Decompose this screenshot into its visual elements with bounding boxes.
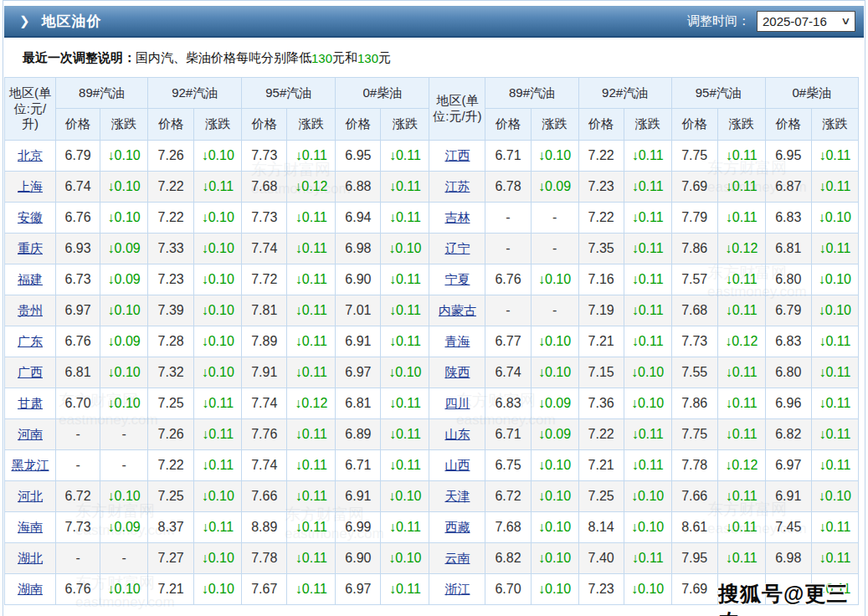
table-row: 北京6.79↓0.107.26↓0.107.73↓0.116.95↓0.11江西…: [5, 141, 859, 172]
notice-label: 最近一次调整说明：: [23, 50, 136, 66]
region-link[interactable]: 广西: [18, 365, 43, 379]
price-change-cell: ↓0.11: [624, 295, 671, 326]
oil-price-page: ❯ 地区油价 调整时间： 2025-07-16 ∨ 最近一次调整说明： 国内汽、…: [0, 0, 868, 616]
region-cell: 广西: [5, 357, 56, 388]
price-change-cell: ↓0.11: [717, 172, 765, 203]
price-cell: 6.82: [765, 419, 811, 450]
price-cell: 7.74: [242, 234, 287, 264]
notice-text-mid: 元和: [332, 50, 357, 66]
price-change-cell: ↓0.11: [811, 326, 858, 357]
col-header-92-gasoline-right: 92#汽油: [578, 78, 671, 109]
region-link[interactable]: 四川: [444, 396, 470, 410]
price-change-cell: -: [100, 543, 148, 574]
sub-header-price: 价格: [485, 109, 531, 141]
region-cell: 上海: [5, 172, 56, 203]
price-cell: 6.79: [56, 141, 100, 172]
region-link[interactable]: 江西: [444, 148, 470, 162]
price-cell: 6.73: [56, 264, 100, 295]
price-change-cell: ↓0.11: [287, 357, 336, 388]
col-header-95-gasoline-left: 95#汽油: [242, 78, 336, 109]
region-link[interactable]: 青海: [444, 334, 470, 348]
price-cell: 7.68: [242, 172, 287, 203]
region-cell: 安徽: [5, 203, 56, 234]
region-link[interactable]: 北京: [18, 148, 43, 162]
price-change-cell: ↓0.10: [100, 481, 148, 512]
region-link[interactable]: 河南: [18, 427, 43, 441]
chevron-right-icon: ❯: [19, 13, 30, 28]
region-link[interactable]: 重庆: [18, 241, 43, 255]
region-cell: 陕西: [429, 357, 485, 388]
price-change-cell: ↓0.10: [624, 357, 671, 388]
price-change-cell: ↓0.11: [381, 203, 429, 234]
price-cell: 6.83: [765, 203, 811, 234]
price-cell: 6.80: [765, 357, 811, 388]
region-link[interactable]: 贵州: [18, 303, 43, 317]
region-cell: 湖北: [5, 543, 56, 574]
price-change-cell: ↓0.11: [194, 450, 242, 481]
region-link[interactable]: 海南: [18, 520, 43, 534]
price-change-cell: ↓0.11: [287, 543, 336, 574]
adjust-date-select[interactable]: 2025-07-16 ∨: [757, 11, 855, 32]
price-cell: -: [56, 419, 100, 450]
price-change-cell: ↓0.10: [194, 203, 242, 234]
region-link[interactable]: 天津: [444, 489, 470, 503]
region-link[interactable]: 江苏: [444, 179, 470, 193]
region-link[interactable]: 浙江: [444, 582, 470, 596]
price-cell: 8.61: [671, 512, 717, 543]
region-link[interactable]: 内蒙古: [439, 303, 476, 317]
region-link[interactable]: 福建: [18, 272, 43, 286]
region-link[interactable]: 陕西: [444, 365, 470, 379]
price-change-cell: ↓0.11: [381, 295, 429, 326]
table-row: 广西6.81↓0.107.32↓0.107.91↓0.116.97↓0.10陕西…: [5, 357, 859, 388]
region-link[interactable]: 云南: [444, 551, 470, 565]
region-link[interactable]: 湖南: [18, 582, 43, 596]
page-title: 地区油价: [42, 12, 102, 31]
price-cell: 7.73: [242, 141, 287, 172]
price-change-cell: ↓0.11: [287, 574, 336, 605]
price-cell: 6.96: [765, 388, 811, 419]
price-cell: 7.69: [671, 574, 717, 605]
price-cell: -: [56, 450, 100, 481]
adjust-time-label: 调整时间：: [687, 13, 750, 29]
col-header-89-gasoline-right: 89#汽油: [485, 78, 578, 109]
region-link[interactable]: 黑龙江: [12, 458, 49, 472]
sub-header-price: 价格: [148, 109, 194, 141]
region-link[interactable]: 广东: [18, 334, 43, 348]
price-change-cell: ↓0.10: [624, 481, 671, 512]
region-link[interactable]: 安徽: [18, 210, 43, 224]
sub-header-price: 价格: [578, 109, 624, 141]
price-cell: 7.21: [148, 574, 194, 605]
price-change-cell: -: [531, 234, 578, 264]
region-link[interactable]: 湖北: [18, 551, 43, 565]
price-change-cell: ↓0.09: [531, 388, 578, 419]
region-link[interactable]: 上海: [18, 179, 43, 193]
price-change-cell: ↓0.10: [381, 543, 429, 574]
price-cell: 6.72: [485, 481, 531, 512]
price-change-cell: ↓0.09: [100, 512, 148, 543]
price-change-cell: ↓0.10: [531, 543, 578, 574]
price-cell: 7.68: [671, 295, 717, 326]
region-link[interactable]: 宁夏: [444, 272, 470, 286]
price-cell: 6.97: [336, 574, 381, 605]
price-cell: 6.82: [485, 543, 531, 574]
price-cell: 7.75: [671, 141, 717, 172]
sub-header-change: 涨跌: [717, 109, 765, 141]
region-link[interactable]: 河北: [18, 489, 43, 503]
price-change-cell: -: [100, 419, 148, 450]
region-link[interactable]: 辽宁: [444, 241, 470, 255]
region-link[interactable]: 吉林: [444, 210, 470, 224]
region-link[interactable]: 山西: [444, 458, 470, 472]
region-link[interactable]: 西藏: [444, 520, 470, 534]
price-change-cell: ↓0.11: [811, 172, 858, 203]
price-change-cell: ↓0.09: [531, 172, 578, 203]
notice-amount-2: 130: [357, 51, 378, 65]
price-cell: 7.79: [671, 203, 717, 234]
price-change-cell: ↓0.11: [381, 264, 429, 295]
notice-amount-1: 130: [311, 51, 332, 65]
price-change-cell: ↓0.11: [717, 141, 765, 172]
price-cell: 6.75: [485, 450, 531, 481]
region-link[interactable]: 甘肃: [18, 396, 43, 410]
region-link[interactable]: 山东: [444, 427, 470, 441]
table-row: 重庆6.93↓0.097.33↓0.107.74↓0.116.98↓0.10辽宁…: [5, 234, 859, 264]
region-cell: 黑龙江: [5, 450, 56, 481]
